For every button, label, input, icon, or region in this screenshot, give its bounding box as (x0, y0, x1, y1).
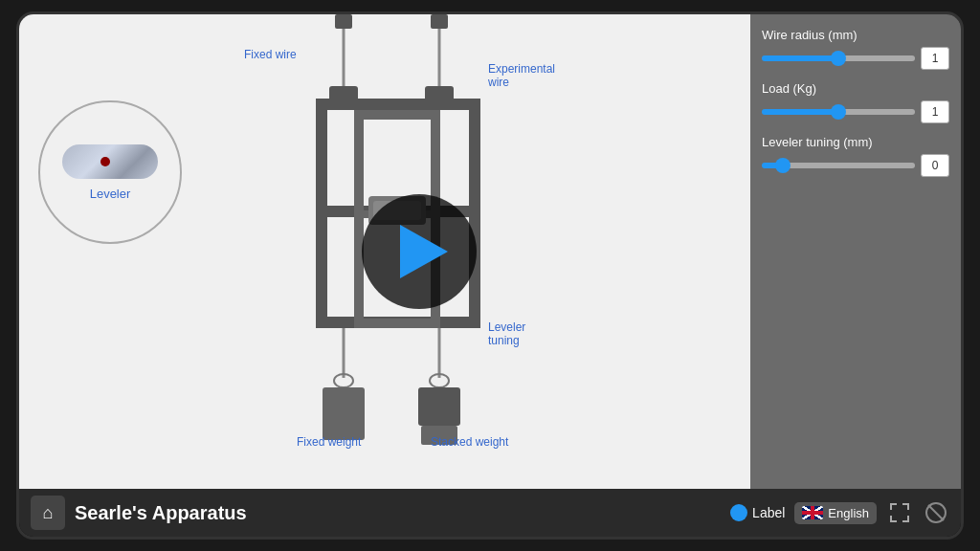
load-control: Load (Kg) 1 (762, 81, 949, 123)
leveler-capsule (62, 144, 158, 179)
svg-rect-1 (431, 14, 448, 29)
svg-rect-8 (316, 99, 480, 110)
simulation-area: Leveler (19, 14, 750, 489)
language-text: English (828, 506, 869, 520)
play-icon (400, 225, 448, 278)
leveler-dot (100, 157, 110, 166)
svg-rect-0 (335, 14, 352, 29)
play-button[interactable] (362, 194, 477, 309)
svg-rect-13 (354, 110, 440, 120)
svg-rect-14 (354, 319, 440, 328)
main-content: Leveler (19, 14, 961, 489)
leveler-tuning-label: Leveler tuning (mm) (762, 135, 949, 149)
right-panel: Wire radius (mm) 1 Load (Kg) 1 Leveler t… (750, 14, 961, 489)
app-title: Searle's Apparatus (75, 502, 721, 524)
leveler-label: Leveler (90, 187, 131, 201)
uk-flag-icon (802, 506, 823, 519)
language-button[interactable]: English (794, 502, 877, 524)
home-button[interactable]: ⌂ (31, 496, 65, 530)
svg-rect-11 (354, 110, 364, 328)
no-entry-icon (924, 501, 947, 524)
leveler-tuning-control: Leveler tuning (mm) 0 (762, 135, 949, 177)
fixed-wire-label: Fixed wire (244, 48, 297, 61)
label-text: Label (752, 505, 785, 520)
fullscreen-icon (889, 502, 910, 523)
help-button[interactable] (923, 499, 949, 526)
wire-radius-control: Wire radius (mm) 1 (762, 28, 949, 70)
bottom-right-controls: Label English (730, 499, 949, 526)
load-label: Load (Kg) (762, 81, 949, 96)
label-button[interactable]: Label (730, 504, 785, 521)
leveler-diagram: Leveler (38, 100, 182, 244)
bottom-bar: ⌂ Searle's Apparatus Label English (19, 489, 961, 537)
leveler-tuning-row: 0 (762, 154, 949, 177)
leveler-tuning-label: Levelertuning (488, 320, 525, 347)
fullscreen-button[interactable] (886, 499, 913, 526)
svg-rect-22 (323, 387, 365, 440)
svg-rect-23 (418, 387, 460, 426)
leveler-tuning-value: 0 (921, 154, 949, 177)
leveler-tuning-slider[interactable] (762, 163, 915, 168)
svg-line-26 (928, 505, 944, 520)
home-icon: ⌂ (43, 503, 54, 523)
wire-radius-slider[interactable] (762, 55, 915, 61)
load-slider[interactable] (762, 109, 915, 115)
stacked-weight-label: Stacked weight (431, 435, 508, 449)
wire-radius-value: 1 (921, 47, 949, 70)
experimental-wire-label: Experimentalwire (488, 62, 555, 89)
label-circle-icon (730, 504, 747, 521)
wire-radius-row: 1 (762, 47, 949, 70)
load-value: 1 (921, 100, 949, 123)
load-row: 1 (762, 100, 949, 123)
app-container: Leveler (16, 11, 964, 540)
fixed-weight-label: Fixed weight (297, 435, 361, 449)
wire-radius-label: Wire radius (mm) (762, 28, 949, 42)
